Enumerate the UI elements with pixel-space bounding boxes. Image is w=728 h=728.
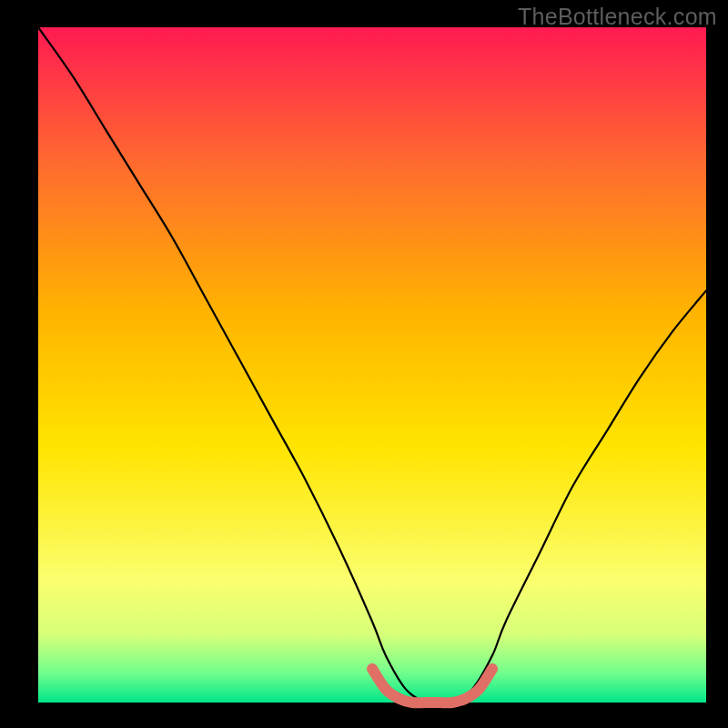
bottleneck-chart xyxy=(0,0,728,728)
chart-frame: TheBottleneck.com xyxy=(0,0,728,728)
plot-background xyxy=(38,27,706,703)
watermark-text: TheBottleneck.com xyxy=(518,4,717,30)
